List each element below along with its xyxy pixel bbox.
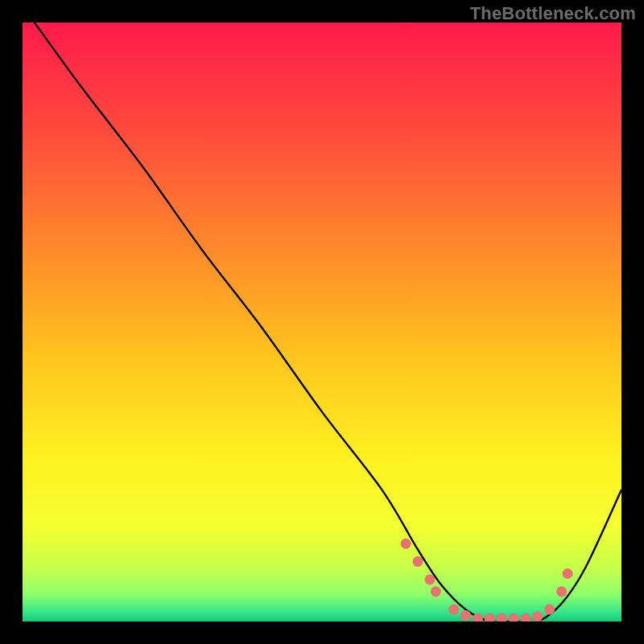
chart-svg [23, 23, 621, 621]
gradient-background [23, 23, 621, 621]
watermark-text: TheBottleneck.com [470, 3, 636, 24]
marker-dot [460, 610, 471, 621]
marker-dot [424, 574, 435, 584]
plot-area [23, 23, 621, 621]
marker-dot [532, 612, 543, 621]
marker-dot [401, 539, 411, 549]
chart-frame: TheBottleneck.com [0, 0, 644, 644]
marker-dot [413, 556, 423, 567]
marker-dot [556, 586, 567, 597]
marker-dot [563, 568, 573, 579]
marker-dot [544, 605, 555, 615]
marker-dot [431, 586, 441, 597]
marker-dot [448, 605, 459, 615]
